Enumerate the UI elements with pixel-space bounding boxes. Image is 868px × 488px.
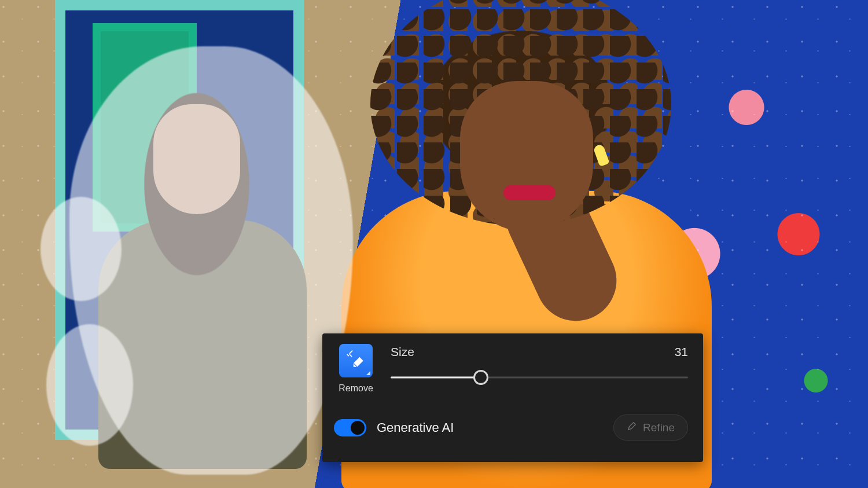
- toggle-knob: [351, 421, 365, 435]
- generative-ai-toggle[interactable]: [334, 419, 366, 436]
- refine-label: Refine: [643, 421, 675, 434]
- remove-tool-label: Remove: [339, 383, 373, 394]
- remove-tool-panel: Remove Size 31 Generative AI: [322, 333, 703, 462]
- remove-tool-button[interactable]: [339, 344, 373, 377]
- size-slider-thumb[interactable]: [473, 370, 488, 385]
- brush-selection-mask[interactable]: [69, 46, 353, 475]
- expand-corner-icon: [366, 371, 370, 375]
- pencil-icon: [627, 421, 637, 434]
- size-slider[interactable]: [391, 369, 688, 386]
- refine-button[interactable]: Refine: [613, 414, 688, 441]
- size-label: Size: [391, 345, 414, 359]
- size-value[interactable]: 31: [675, 345, 688, 359]
- generative-ai-label: Generative AI: [377, 420, 454, 435]
- eraser-sparkle-icon: [346, 350, 366, 372]
